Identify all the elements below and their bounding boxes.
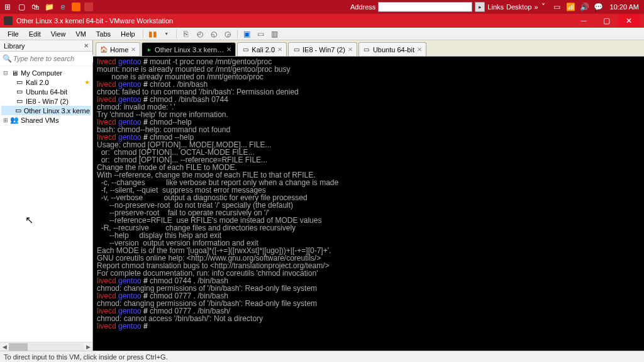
- vm-tabs: 🏠 Home ✕ ▸ Other Linux 3.x kernel 64-...…: [93, 40, 644, 57]
- vm-icon: ▭: [363, 46, 370, 54]
- tab-close-icon[interactable]: ✕: [348, 46, 353, 53]
- explorer-icon[interactable]: 📁: [44, 2, 54, 12]
- store-icon[interactable]: 🛍: [30, 2, 40, 12]
- os-taskbar: ⊞ ▢ 🛍 📁 e Address ▸ Links Desktop » ˅ ▭ …: [0, 0, 644, 14]
- tab-kali[interactable]: ▭ Kali 2.0 ✕: [237, 42, 287, 56]
- battery-icon[interactable]: ▭: [552, 2, 562, 12]
- send-ctrlaltdel-icon[interactable]: ⎘: [180, 28, 192, 40]
- expand-icon[interactable]: ⊞: [3, 117, 8, 123]
- tab-other-linux[interactable]: ▸ Other Linux 3.x kernel 64-... ✕: [142, 42, 236, 56]
- tab-ie8[interactable]: ▭ IE8 - Win7 (2) ✕: [288, 42, 357, 56]
- tree-other-linux[interactable]: ▭ Other Linux 3.x kernel 64-bit: [1, 106, 91, 115]
- menubar: File Edit View VM Tabs Help ▮▮ ▼ ⎘ ◴ ◵ ◶…: [0, 28, 644, 40]
- scroll-right-icon[interactable]: ▶: [84, 344, 92, 350]
- tree-ie8[interactable]: ▭ IE8 - Win7 (2): [1, 96, 91, 106]
- window-titlebar: Other Linux 3.x kernel 64-bit - VMware W…: [0, 14, 644, 28]
- menu-file[interactable]: File: [3, 29, 24, 39]
- address-label: Address: [350, 3, 375, 11]
- search-icon: 🔍: [3, 54, 12, 63]
- start-icon[interactable]: ⊞: [3, 2, 13, 12]
- taskview-icon[interactable]: ▢: [16, 2, 26, 12]
- sidebar-hscrollbar[interactable]: ◀ ▶: [0, 342, 92, 351]
- links-label: Links: [487, 3, 504, 11]
- snapshot-revert-icon[interactable]: ◵: [208, 28, 219, 40]
- vm-icon: ▭: [15, 106, 22, 115]
- library-tree: ⊟ 🖥 My Computer ▭ Kali 2.0 ★ ▭ Ubuntu 64…: [0, 66, 92, 342]
- window-title: Other Linux 3.x kernel 64-bit - VMware W…: [16, 17, 572, 25]
- tab-close-icon[interactable]: ✕: [417, 46, 422, 53]
- vmware-icon[interactable]: [72, 3, 80, 11]
- wifi-icon[interactable]: 📶: [566, 2, 576, 12]
- tab-close-icon[interactable]: ✕: [277, 46, 282, 53]
- tab-close-icon[interactable]: ✕: [226, 46, 231, 53]
- tree-kali[interactable]: ▭ Kali 2.0 ★: [1, 77, 91, 87]
- library-header: Library: [4, 42, 25, 50]
- tab-ubuntu[interactable]: ▭ Ubuntu 64-bit ✕: [358, 42, 426, 56]
- vm-icon: ▭: [15, 78, 24, 86]
- tree-shared-vms[interactable]: ⊞ 👥 Shared VMs: [1, 115, 91, 125]
- library-sidebar: Library ✕ 🔍 ▼ ⊟ 🖥 My Computer ▭ Kali 2.0…: [0, 40, 93, 351]
- menu-help[interactable]: Help: [116, 29, 140, 39]
- vm-console[interactable]: livecd gentoo # mount -t proc none /mnt/…: [93, 57, 644, 351]
- thumbnail-icon[interactable]: ▥: [269, 28, 280, 40]
- menu-edit[interactable]: Edit: [24, 29, 46, 39]
- edge-icon[interactable]: e: [58, 2, 68, 12]
- menu-view[interactable]: View: [46, 29, 71, 39]
- close-button[interactable]: ✕: [618, 14, 640, 28]
- address-go-button[interactable]: ▸: [475, 2, 485, 12]
- library-search-input[interactable]: [13, 55, 101, 62]
- volume-icon[interactable]: 🔊: [580, 2, 590, 12]
- clock[interactable]: 10:20 AM: [608, 3, 641, 11]
- tab-close-icon[interactable]: ✕: [131, 46, 136, 53]
- computer-icon: 🖥: [10, 69, 19, 77]
- statusbar: To direct input to this VM, click inside…: [0, 351, 644, 362]
- scroll-thumb[interactable]: [9, 343, 28, 351]
- favorite-icon: ★: [84, 79, 90, 86]
- home-icon: 🏠: [100, 46, 108, 54]
- menu-tabs[interactable]: Tabs: [91, 29, 116, 39]
- unity-icon[interactable]: ▭: [255, 28, 267, 40]
- library-close-icon[interactable]: ✕: [84, 42, 89, 49]
- app-icon[interactable]: [84, 3, 93, 11]
- maximize-button[interactable]: ▢: [595, 14, 618, 28]
- scroll-left-icon[interactable]: ◀: [0, 344, 9, 350]
- vm-running-icon: ▸: [146, 46, 152, 54]
- desktop-label[interactable]: Desktop: [506, 3, 531, 11]
- snapshot-manage-icon[interactable]: ◶: [222, 28, 233, 40]
- address-input[interactable]: [378, 2, 472, 12]
- pause-dropdown-icon[interactable]: ▼: [161, 28, 172, 40]
- pause-button[interactable]: ▮▮: [147, 28, 158, 40]
- tab-home[interactable]: 🏠 Home ✕: [96, 42, 140, 56]
- app-logo-icon: [4, 16, 13, 25]
- tree-my-computer[interactable]: ⊟ 🖥 My Computer: [1, 69, 91, 77]
- status-text: To direct input to this VM, click inside…: [4, 353, 168, 361]
- vm-icon: ▭: [15, 88, 24, 96]
- collapse-icon[interactable]: ⊟: [3, 70, 8, 76]
- vm-icon: ▭: [292, 46, 300, 54]
- fullscreen-icon[interactable]: ▣: [242, 28, 253, 40]
- tray-chevron-icon[interactable]: ˅: [538, 2, 548, 12]
- vm-icon: ▭: [242, 46, 249, 54]
- menu-vm[interactable]: VM: [70, 29, 91, 39]
- vm-icon: ▭: [15, 97, 24, 105]
- tree-ubuntu[interactable]: ▭ Ubuntu 64-bit: [1, 87, 91, 96]
- minimize-button[interactable]: ─: [572, 14, 595, 28]
- notification-icon[interactable]: 💬: [594, 2, 604, 12]
- snapshot-icon[interactable]: ◴: [194, 28, 206, 40]
- shared-icon: 👥: [10, 116, 19, 124]
